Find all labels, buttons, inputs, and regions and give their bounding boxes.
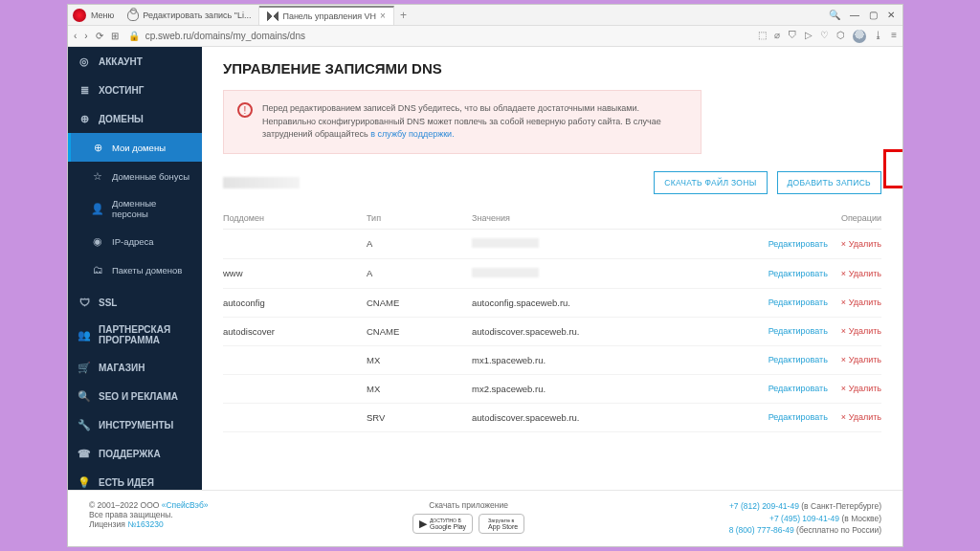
opera-logo-icon (73, 9, 86, 22)
lock-icon: 🔒 (128, 31, 140, 41)
opera-menu[interactable] (70, 6, 89, 25)
more-icon[interactable]: ≡ (891, 30, 897, 43)
camera-icon[interactable]: ⌀ (774, 30, 780, 43)
sidebar-label: Пакеты доменов (112, 265, 182, 276)
sidebar-label: ИНСТРУМЕНТЫ (99, 420, 173, 430)
table-row: SRVautodiscover.spaceweb.ru.Редактироват… (223, 404, 881, 432)
edit-link[interactable]: Редактировать (768, 384, 828, 393)
highlight-box (883, 149, 902, 188)
delete-link[interactable]: Удалить (841, 326, 881, 336)
heart-icon[interactable]: ♡ (820, 30, 829, 43)
nav-back[interactable]: ‹ (74, 31, 77, 41)
maximize-button[interactable]: ▢ (869, 10, 878, 20)
edit-link[interactable]: Редактировать (768, 326, 828, 336)
search-icon[interactable]: 🔍 (829, 10, 840, 20)
sidebar-item-2[interactable]: ⊕ДОМЕНЫ (68, 104, 202, 133)
edit-link[interactable]: Редактировать (768, 239, 828, 249)
sidebar-icon: 👥 (78, 328, 91, 342)
edit-link[interactable]: Редактировать (768, 298, 828, 307)
delete-link[interactable]: Удалить (841, 384, 881, 393)
sidebar-label: Мои домены (112, 143, 166, 153)
sidebar-icon: ◎ (78, 55, 91, 68)
col-value: Значения (472, 213, 682, 223)
sidebar-item-7[interactable]: 🗂Пакеты доменов (68, 255, 202, 284)
col-subdomain: Поддомен (223, 213, 367, 223)
sidebar-label: ЕСТЬ ИДЕЯ (99, 477, 154, 488)
company-link[interactable]: «СпейсВэб» (162, 500, 209, 510)
sidebar-label: SSL (99, 298, 117, 308)
sidebar-item-6[interactable]: ◉IP-адреса (68, 227, 202, 255)
reload-icon[interactable]: ⟳ (96, 31, 103, 41)
col-type: Тип (367, 213, 472, 223)
person-icon (127, 10, 139, 21)
menu-label[interactable]: Меню (91, 11, 114, 20)
close-button[interactable]: ✕ (887, 10, 895, 20)
sidebar-icon: 💡 (78, 475, 91, 489)
download-zone-button[interactable]: СКАЧАТЬ ФАЙЛ ЗОНЫ (654, 171, 767, 194)
footer-phones: +7 (812) 209-41-49 (в Санкт-Петербурге) … (729, 500, 881, 537)
col-ops: Операции (682, 213, 881, 223)
sidebar-item-9[interactable]: 👥ПАРТНЕРСКАЯ ПРОГРАММА (68, 317, 202, 353)
download-app-label: Скачать приложение (429, 500, 508, 510)
edit-link[interactable]: Редактировать (768, 355, 828, 364)
sidebar-icon: ≣ (78, 83, 91, 97)
cube-icon[interactable]: ⬡ (836, 30, 845, 43)
domain-name (223, 177, 300, 188)
sidebar-item-14[interactable]: 💡ЕСТЬ ИДЕЯ (68, 468, 202, 490)
delete-link[interactable]: Удалить (841, 298, 881, 307)
delete-link[interactable]: Удалить (841, 269, 881, 278)
shield-icon[interactable]: ⛉ (788, 30, 797, 43)
sidebar-icon: ⊕ (78, 112, 91, 125)
sidebar-item-8[interactable]: 🛡SSL (68, 288, 202, 317)
apps-icon[interactable]: ⊞ (111, 31, 119, 41)
sidebar-label: ПОДДЕРЖКА (99, 449, 161, 459)
delete-link[interactable]: Удалить (841, 355, 881, 364)
sidebar-icon: ◉ (91, 234, 104, 248)
new-tab-button[interactable]: + (400, 9, 407, 22)
delete-link[interactable]: Удалить (841, 412, 881, 422)
sidebar-item-0[interactable]: ◎АККАУНТ (68, 47, 202, 76)
play-icon[interactable]: ▷ (805, 30, 813, 43)
table-row: wwwAРедактироватьУдалить (223, 259, 881, 289)
sidebar-label: ПАРТНЕРСКАЯ ПРОГРАММА (99, 324, 192, 345)
sidebar-label: SEO И РЕКЛАМА (99, 391, 178, 402)
avatar[interactable] (853, 30, 866, 43)
table-row: MXmx2.spaceweb.ru.РедактироватьУдалить (223, 375, 881, 404)
ext-icon[interactable]: ⬚ (758, 30, 767, 43)
address-bar[interactable]: cp.sweb.ru/domains/my_domains/dns (145, 31, 758, 41)
edit-link[interactable]: Редактировать (768, 269, 828, 278)
sidebar-icon: 🛡 (78, 296, 91, 309)
sidebar-item-10[interactable]: 🛒МАГАЗИН (68, 353, 202, 382)
sidebar-item-3[interactable]: ⊕Мои домены (68, 133, 202, 162)
sidebar-item-4[interactable]: ☆Доменные бонусы (68, 162, 202, 190)
license-link[interactable]: №163230 (127, 519, 163, 529)
minimize-button[interactable]: — (850, 10, 859, 20)
download-icon[interactable]: ⭳ (874, 30, 883, 43)
tab-panel-vh[interactable]: Панель управления VH × (259, 6, 394, 25)
edit-link[interactable]: Редактировать (768, 412, 828, 422)
sidebar-label: IP-адреса (112, 236, 154, 247)
delete-link[interactable]: Удалить (841, 239, 881, 249)
sidebar-label: ХОСТИНГ (99, 85, 144, 96)
alert-box: ! Перед редактированием записей DNS убед… (223, 90, 702, 154)
alert-icon: ! (237, 102, 253, 118)
google-play-badge[interactable]: ▶ДОСТУПНО ВGoogle Play (412, 514, 473, 534)
sidebar-icon: 🛒 (78, 361, 91, 374)
sidebar-icon: 🔍 (78, 389, 91, 403)
sidebar-item-12[interactable]: 🔧ИНСТРУМЕНТЫ (68, 410, 202, 439)
tab-edit-record[interactable]: Редактировать запись "Li... (120, 6, 259, 25)
close-icon[interactable]: × (380, 11, 386, 21)
table-row: MXmx1.spaceweb.ru.РедактироватьУдалить (223, 346, 881, 375)
sidebar-item-13[interactable]: ☎ПОДДЕРЖКА (68, 439, 202, 468)
sidebar-label: Доменные персоны (112, 198, 192, 219)
sidebar-label: АККАУНТ (99, 56, 143, 67)
sidebar-item-11[interactable]: 🔍SEO И РЕКЛАМА (68, 382, 202, 410)
app-store-badge[interactable]: Загрузите вApp Store (479, 514, 524, 534)
sweb-icon (267, 11, 278, 22)
sidebar-item-1[interactable]: ≣ХОСТИНГ (68, 76, 202, 104)
support-link[interactable]: в службу поддержки. (370, 129, 454, 139)
add-record-button[interactable]: ДОБАВИТЬ ЗАПИСЬ (777, 171, 881, 194)
sidebar-item-5[interactable]: 👤Доменные персоны (68, 190, 202, 227)
nav-forward[interactable]: › (84, 31, 87, 41)
page-title: УПРАВЛЕНИЕ ЗАПИСЯМИ DNS (223, 60, 881, 77)
